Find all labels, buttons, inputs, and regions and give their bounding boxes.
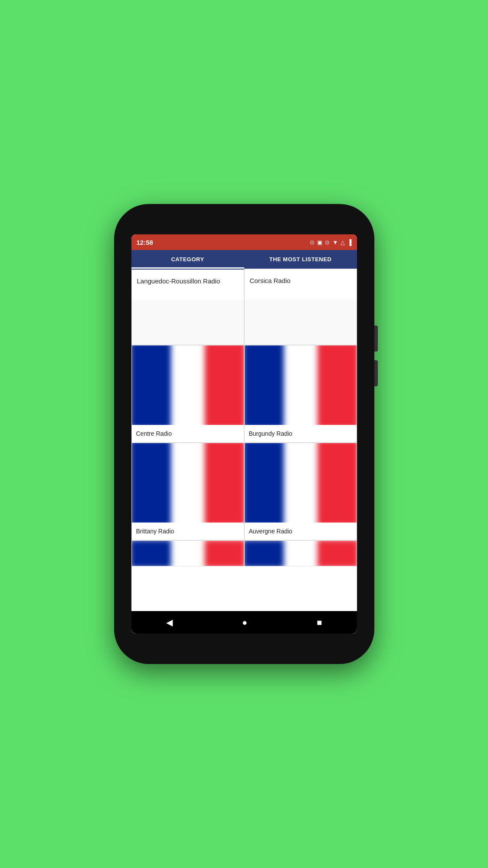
flag-image (132, 541, 244, 566)
radio-label: Languedoc-Roussillon Radio (132, 270, 244, 300)
flag-image (245, 541, 357, 566)
status-bar: 12:58 ⊙ ▣ ⊙ ▼ △ ▐ (131, 234, 357, 250)
flag-image (245, 345, 357, 425)
status-time: 12:58 (137, 239, 153, 246)
tab-category[interactable]: CATEGORY (131, 250, 244, 269)
bottom-nav: ◀ ● ■ (131, 611, 357, 634)
flag-image (132, 345, 244, 425)
status-icons: ⊙ ▣ ⊙ ▼ △ ▐ (310, 239, 351, 246)
volume-button (374, 326, 378, 352)
home-button[interactable]: ● (233, 614, 256, 631)
recents-button[interactable]: ■ (308, 614, 331, 631)
radio-label: Brittany Radio (132, 523, 244, 540)
data-icon: ⊙ (325, 239, 330, 246)
phone-screen: 12:58 ⊙ ▣ ⊙ ▼ △ ▐ CATEGORY THE MOST LIST… (131, 234, 357, 634)
radio-label: Burgundy Radio (245, 425, 357, 442)
signal-icon: △ (341, 239, 345, 246)
sync-icon: ⊙ (310, 239, 314, 246)
list-item[interactable]: Languedoc-Roussillon Radio (131, 269, 244, 345)
back-button[interactable]: ◀ (157, 614, 181, 631)
phone-frame: 12:58 ⊙ ▣ ⊙ ▼ △ ▐ CATEGORY THE MOST LIST… (114, 204, 374, 664)
wifi-icon: ▼ (332, 239, 338, 246)
list-item[interactable]: Burgundy Radio (244, 345, 357, 443)
radio-label: Auvergne Radio (245, 523, 357, 540)
flag-image (245, 443, 357, 523)
radio-label: Corsica Radio (245, 269, 357, 299)
tab-most-listened[interactable]: THE MOST LISTENED (244, 250, 357, 269)
list-item[interactable]: Centre Radio (131, 345, 244, 443)
sim-icon: ▣ (317, 239, 322, 246)
list-item[interactable]: Brittany Radio (131, 443, 244, 540)
radio-label: Centre Radio (132, 425, 244, 442)
list-item[interactable]: Corsica Radio (244, 269, 357, 345)
tab-bar: CATEGORY THE MOST LISTENED (131, 250, 357, 269)
list-item[interactable] (244, 540, 357, 566)
radio-grid: Languedoc-Roussillon Radio Corsica Radio (131, 269, 357, 611)
list-item[interactable] (131, 540, 244, 566)
flag-image (132, 443, 244, 523)
content-area: Languedoc-Roussillon Radio Corsica Radio (131, 269, 357, 611)
battery-icon: ▐ (347, 239, 351, 246)
power-button (374, 360, 378, 386)
list-item[interactable]: Auvergne Radio (244, 443, 357, 540)
